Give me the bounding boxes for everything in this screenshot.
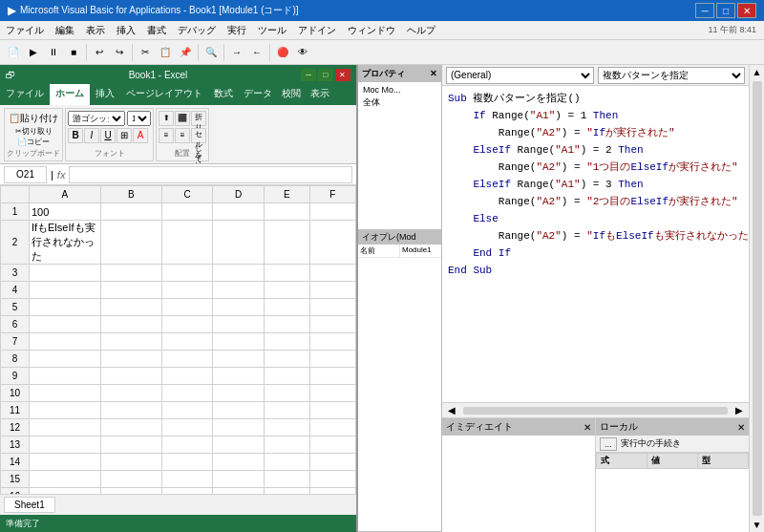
ribbon-tab-layout[interactable]: ページレイアウト <box>120 84 208 105</box>
cell-D9[interactable] <box>213 368 264 385</box>
cell-B14[interactable] <box>100 454 161 471</box>
cell-E14[interactable] <box>264 454 309 471</box>
underline-btn[interactable]: U <box>100 128 116 143</box>
cell-E11[interactable] <box>264 402 309 419</box>
cell-C2[interactable] <box>161 221 212 265</box>
project-item-moc[interactable]: Moc Mo... <box>360 84 439 96</box>
cell-C1[interactable] <box>161 203 212 221</box>
cell-E13[interactable] <box>264 436 309 454</box>
merge-cells-btn[interactable]: セルを結合 <box>191 128 206 143</box>
cell-E10[interactable] <box>264 385 309 402</box>
immediate-content[interactable] <box>442 436 595 532</box>
cell-A6[interactable] <box>29 316 100 333</box>
vba-tool-cut[interactable]: ✂ <box>136 43 155 62</box>
ribbon-tab-review[interactable]: 校閲 <box>277 84 306 105</box>
scroll-down-btn[interactable]: ▼ <box>751 518 764 532</box>
cell-A10[interactable] <box>29 385 100 402</box>
cell-D7[interactable] <box>213 333 264 351</box>
cell-F15[interactable] <box>309 471 355 488</box>
vba-tool-reset[interactable]: ■ <box>64 43 83 62</box>
cell-E6[interactable] <box>264 316 309 333</box>
excel-close[interactable]: ✕ <box>335 69 350 81</box>
cell-E9[interactable] <box>264 368 309 385</box>
scroll-right-btn[interactable]: ▶ <box>730 405 749 415</box>
cell-B6[interactable] <box>100 316 161 333</box>
vba-menu-insert[interactable]: 挿入 <box>111 22 141 39</box>
cell-A11[interactable] <box>29 402 100 419</box>
cell-F6[interactable] <box>309 316 355 333</box>
cell-D12[interactable] <box>213 419 264 436</box>
vba-minimize-btn[interactable]: ─ <box>695 3 714 18</box>
cell-B3[interactable] <box>100 265 161 282</box>
align-center-btn[interactable]: ≡ <box>175 128 190 143</box>
vba-close-btn[interactable]: ✕ <box>737 3 756 18</box>
cell-B7[interactable] <box>100 333 161 351</box>
cell-E12[interactable] <box>264 419 309 436</box>
vba-menu-view[interactable]: 表示 <box>80 22 111 39</box>
cell-B13[interactable] <box>100 436 161 454</box>
immediate-close-btn[interactable]: ✕ <box>584 422 591 433</box>
vba-tool-copy[interactable]: 📋 <box>156 43 175 62</box>
cell-F2[interactable] <box>309 221 355 265</box>
cell-B1[interactable] <box>100 203 161 221</box>
cell-D4[interactable] <box>213 282 264 299</box>
cell-C10[interactable] <box>161 385 212 402</box>
cell-D2[interactable] <box>213 221 264 265</box>
cell-E15[interactable] <box>264 471 309 488</box>
cell-E3[interactable] <box>264 265 309 282</box>
col-header-F[interactable]: F <box>309 186 355 203</box>
name-box[interactable]: O21 <box>4 166 47 183</box>
align-left-btn[interactable]: ≡ <box>159 128 174 143</box>
cut-btn[interactable]: ✂切り取り <box>15 126 53 137</box>
sheet-tab-sheet1[interactable]: Sheet1 <box>4 497 55 513</box>
cell-F11[interactable] <box>309 402 355 419</box>
ribbon-tab-data[interactable]: データ <box>239 84 277 105</box>
excel-minimize[interactable]: ─ <box>301 69 316 81</box>
ribbon-tab-formula[interactable]: 数式 <box>208 84 239 105</box>
bold-btn[interactable]: B <box>68 128 83 143</box>
cell-B9[interactable] <box>100 368 161 385</box>
vba-maximize-btn[interactable]: □ <box>716 3 735 18</box>
cell-B8[interactable] <box>100 351 161 368</box>
vba-tool-undo[interactable]: ↩ <box>90 43 109 62</box>
font-color-btn[interactable]: A <box>133 128 148 143</box>
cell-E4[interactable] <box>264 282 309 299</box>
cell-A1[interactable]: 100 <box>29 203 100 221</box>
cell-A8[interactable] <box>29 351 100 368</box>
vba-tool-outdent[interactable]: ← <box>247 43 266 62</box>
cell-C11[interactable] <box>161 402 212 419</box>
cell-D10[interactable] <box>213 385 264 402</box>
cell-D5[interactable] <box>213 299 264 316</box>
col-header-E[interactable]: E <box>264 186 309 203</box>
cell-A7[interactable] <box>29 333 100 351</box>
font-size-select[interactable]: 11 <box>127 111 151 126</box>
code-scope-select[interactable]: (General) <box>446 67 594 84</box>
vba-menu-window[interactable]: ウィンドウ <box>342 22 401 39</box>
cell-F1[interactable] <box>309 203 355 221</box>
cell-B4[interactable] <box>100 282 161 299</box>
cell-D13[interactable] <box>213 436 264 454</box>
cell-C4[interactable] <box>161 282 212 299</box>
cell-D3[interactable] <box>213 265 264 282</box>
vba-menu-file[interactable]: ファイル <box>0 22 50 39</box>
align-middle-btn[interactable]: ⬛ <box>175 111 190 126</box>
italic-btn[interactable]: I <box>84 128 99 143</box>
cell-B5[interactable] <box>100 299 161 316</box>
cell-F4[interactable] <box>309 282 355 299</box>
cell-A3[interactable] <box>29 265 100 282</box>
ribbon-tab-home[interactable]: ホーム <box>50 84 90 105</box>
ribbon-tab-view[interactable]: 表示 <box>306 84 334 105</box>
cell-B15[interactable] <box>100 471 161 488</box>
cell-E8[interactable] <box>264 351 309 368</box>
vba-menu-addins[interactable]: アドイン <box>292 22 342 39</box>
cell-F9[interactable] <box>309 368 355 385</box>
cell-A14[interactable] <box>29 454 100 471</box>
cell-C6[interactable] <box>161 316 212 333</box>
col-header-C[interactable]: C <box>161 186 212 203</box>
cell-E1[interactable] <box>264 203 309 221</box>
project-item-all[interactable]: 全体 <box>360 96 439 110</box>
formula-input[interactable] <box>69 166 352 183</box>
vba-tool-paste[interactable]: 📌 <box>176 43 195 62</box>
vba-menu-run[interactable]: 実行 <box>222 22 252 39</box>
cell-A15[interactable] <box>29 471 100 488</box>
